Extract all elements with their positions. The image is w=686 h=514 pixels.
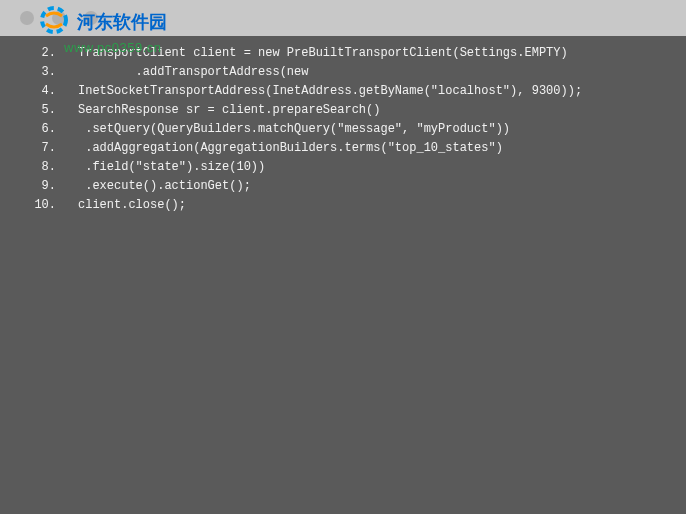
line-number: 10. (0, 196, 56, 215)
brand-logo-icon (40, 6, 68, 38)
code-line: SearchResponse sr = client.prepareSearch… (78, 101, 686, 120)
line-gutter: 2.3.4.5.6.7.8.9.10. (0, 36, 70, 514)
window-dot (20, 11, 34, 25)
line-number: 2. (0, 44, 56, 63)
line-number: 3. (0, 63, 56, 82)
code-line: .execute().actionGet(); (78, 177, 686, 196)
code-line: client.close(); (78, 196, 686, 215)
line-number: 6. (0, 120, 56, 139)
code-content: TransportClient client = new PreBuiltTra… (70, 36, 686, 514)
line-number: 9. (0, 177, 56, 196)
code-line: TransportClient client = new PreBuiltTra… (78, 44, 686, 63)
brand-title: 河东软件园 (77, 12, 167, 32)
line-number: 7. (0, 139, 56, 158)
line-number: 4. (0, 82, 56, 101)
code-line: .setQuery(QueryBuilders.matchQuery("mess… (78, 120, 686, 139)
code-line: .addTransportAddress(new (78, 63, 686, 82)
watermark-url: www.pc0359.cn (64, 40, 162, 55)
code-line: .addAggregation(AggregationBuilders.term… (78, 139, 686, 158)
code-line: .field("state").size(10)) (78, 158, 686, 177)
code-line: InetSocketTransportAddress(InetAddress.g… (78, 82, 686, 101)
line-number: 5. (0, 101, 56, 120)
code-editor: 2.3.4.5.6.7.8.9.10. TransportClient clie… (0, 36, 686, 514)
line-number: 8. (0, 158, 56, 177)
brand-overlay: 河东软件园 (40, 6, 167, 38)
